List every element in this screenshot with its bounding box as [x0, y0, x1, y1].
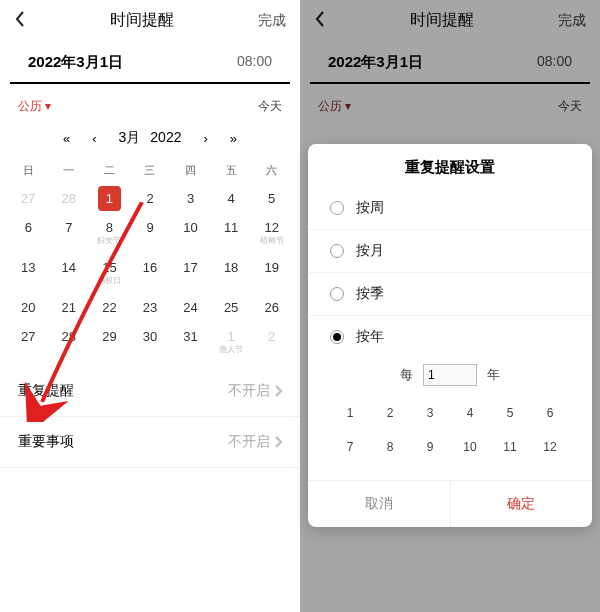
first-month-icon[interactable]: « [63, 131, 70, 146]
calendar-day[interactable]: 2 [130, 184, 171, 213]
calendar-grid: 272812345678妇女节9101112植树节131415消权日161718… [0, 184, 300, 366]
option-yearly[interactable]: 按年 [308, 315, 592, 358]
radio-icon [330, 287, 344, 301]
month-label: 3月 [119, 129, 141, 147]
option-monthly[interactable]: 按月 [308, 229, 592, 272]
calendar-day[interactable]: 13 [8, 253, 49, 293]
important-item-row[interactable]: 重要事项 不开启 [0, 417, 300, 468]
left-topbar: 时间提醒 完成 [0, 0, 300, 41]
calendar-day[interactable]: 5 [251, 184, 292, 213]
calendar-day[interactable]: 27 [8, 184, 49, 213]
calendar-day[interactable]: 30 [130, 322, 171, 362]
month-option[interactable]: 10 [450, 430, 490, 464]
today-button[interactable]: 今天 [258, 98, 282, 115]
month-picker-grid: 123456789101112 [330, 396, 570, 464]
calendar-day[interactable]: 15消权日 [89, 253, 130, 293]
month-option[interactable]: 2 [370, 396, 410, 430]
last-month-icon[interactable]: » [230, 131, 237, 146]
calendar-day[interactable]: 27 [8, 322, 49, 362]
weekday-label: 一 [49, 157, 90, 184]
option-weekly-label: 按周 [356, 199, 384, 217]
back-icon[interactable] [14, 10, 26, 31]
calendar-day[interactable]: 20 [8, 293, 49, 322]
weekday-header: 日一二三四五六 [0, 157, 300, 184]
radio-icon [330, 201, 344, 215]
important-item-value: 不开启 [228, 433, 270, 451]
confirm-button[interactable]: 确定 [451, 481, 593, 527]
month-option[interactable]: 9 [410, 430, 450, 464]
calendar-day[interactable]: 9 [130, 213, 171, 253]
modal-title: 重复提醒设置 [308, 144, 592, 187]
calendar-day[interactable]: 3 [170, 184, 211, 213]
month-option[interactable]: 12 [530, 430, 570, 464]
weekday-label: 五 [211, 157, 252, 184]
option-quarterly-label: 按季 [356, 285, 384, 303]
month-option[interactable]: 5 [490, 396, 530, 430]
calendar-day[interactable]: 25 [211, 293, 252, 322]
repeat-reminder-value: 不开启 [228, 382, 270, 400]
selected-date: 2022年3月1日 [28, 53, 123, 72]
calendar-day[interactable]: 28 [49, 184, 90, 213]
calendar-day[interactable]: 4 [211, 184, 252, 213]
every-suffix: 年 [487, 366, 500, 384]
weekday-label: 三 [130, 157, 171, 184]
radio-icon [330, 244, 344, 258]
weekday-label: 二 [89, 157, 130, 184]
option-weekly[interactable]: 按周 [308, 187, 592, 229]
repeat-reminder-row[interactable]: 重复提醒 不开启 [0, 366, 300, 417]
calendar-day[interactable]: 21 [49, 293, 90, 322]
date-time-row[interactable]: 2022年3月1日 08:00 [10, 41, 290, 84]
calendar-day[interactable]: 23 [130, 293, 171, 322]
chevron-right-icon [274, 436, 282, 448]
calendar-day[interactable]: 1愚人节 [211, 322, 252, 362]
option-monthly-label: 按月 [356, 242, 384, 260]
cancel-button[interactable]: 取消 [308, 481, 451, 527]
month-option[interactable]: 11 [490, 430, 530, 464]
chevron-right-icon [274, 385, 282, 397]
calendar-type-dropdown[interactable]: 公历 ▾ [18, 98, 51, 115]
option-quarterly[interactable]: 按季 [308, 272, 592, 315]
selected-time: 08:00 [237, 53, 272, 72]
calendar-day[interactable]: 2 [251, 322, 292, 362]
repeat-reminder-label: 重复提醒 [18, 382, 74, 400]
calendar-day[interactable]: 11 [211, 213, 252, 253]
weekday-label: 六 [251, 157, 292, 184]
every-prefix: 每 [400, 366, 413, 384]
radio-icon [330, 330, 344, 344]
calendar-day[interactable]: 10 [170, 213, 211, 253]
month-option[interactable]: 8 [370, 430, 410, 464]
calendar-day[interactable]: 14 [49, 253, 90, 293]
calendar-day[interactable]: 24 [170, 293, 211, 322]
calendar-day[interactable]: 6 [8, 213, 49, 253]
done-button[interactable]: 完成 [258, 12, 286, 30]
option-yearly-label: 按年 [356, 328, 384, 346]
calendar-day[interactable]: 16 [130, 253, 171, 293]
important-item-label: 重要事项 [18, 433, 74, 451]
month-option[interactable]: 4 [450, 396, 490, 430]
calendar-day[interactable]: 8妇女节 [89, 213, 130, 253]
month-option[interactable]: 3 [410, 396, 450, 430]
calendar-day[interactable]: 7 [49, 213, 90, 253]
calendar-day[interactable]: 17 [170, 253, 211, 293]
weekday-label: 四 [170, 157, 211, 184]
calendar-day[interactable]: 22 [89, 293, 130, 322]
month-option[interactable]: 1 [330, 396, 370, 430]
calendar-day[interactable]: 29 [89, 322, 130, 362]
interval-input[interactable] [423, 364, 477, 386]
month-nav: « ‹ 3月 2022 › » [0, 121, 300, 157]
weekday-label: 日 [8, 157, 49, 184]
calendar-day[interactable]: 26 [251, 293, 292, 322]
calendar-day[interactable]: 28 [49, 322, 90, 362]
month-option[interactable]: 6 [530, 396, 570, 430]
next-month-icon[interactable]: › [203, 131, 207, 146]
month-option[interactable]: 7 [330, 430, 370, 464]
prev-month-icon[interactable]: ‹ [92, 131, 96, 146]
calendar-day[interactable]: 31 [170, 322, 211, 362]
calendar-day[interactable]: 19 [251, 253, 292, 293]
page-title: 时间提醒 [26, 10, 258, 31]
repeat-settings-modal: 重复提醒设置 按周 按月 按季 按年 每 年 [308, 144, 592, 527]
year-label: 2022 [150, 129, 181, 147]
calendar-day[interactable]: 1 [89, 184, 130, 213]
calendar-day[interactable]: 12植树节 [251, 213, 292, 253]
calendar-day[interactable]: 18 [211, 253, 252, 293]
